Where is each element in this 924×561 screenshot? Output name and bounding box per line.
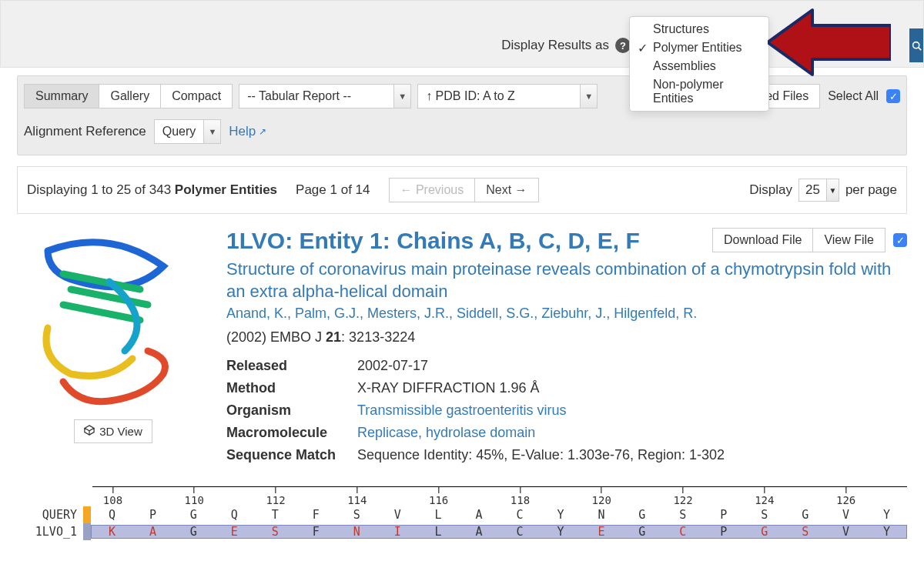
residue-cell: K [92, 525, 132, 539]
result-card: 3D View 1LVO: Entity 1: Chains A, B, C, … [17, 228, 907, 466]
residue-cell: E [214, 525, 255, 539]
released-value: 2002-07-17 [357, 355, 746, 377]
residue-cell: N [581, 508, 621, 522]
previous-button[interactable]: ← Previous [389, 178, 476, 202]
3d-view-button[interactable]: 3D View [74, 419, 152, 443]
view-file-button[interactable]: View File [813, 228, 886, 252]
match-sequence: KAGESFNILACYEGCPGSVY [91, 525, 907, 539]
method-value: X-RAY DIFFRACTION 1.96 Å [357, 377, 746, 399]
svg-point-1 [912, 42, 919, 48]
display-results-dropdown[interactable]: Structures Polymer Entities Assemblies N… [629, 16, 769, 112]
ruler-tick: 120 [592, 486, 611, 507]
residue-cell: S [662, 508, 703, 522]
macromolecule-link[interactable]: Replicase, hydrolase domain [357, 425, 535, 440]
query-sequence: QPGQTFSVLACYNGSPSGVY [91, 508, 907, 522]
chevron-down-icon: ▼ [393, 85, 410, 108]
per-page-value: 25 [799, 179, 826, 201]
residue-cell: G [744, 525, 785, 539]
search-icon[interactable] [909, 28, 923, 62]
dropdown-option-structures[interactable]: Structures [630, 20, 768, 38]
cube-icon [84, 425, 95, 438]
next-button[interactable]: Next → [475, 178, 538, 202]
residue-cell: Y [540, 525, 581, 539]
query-label: QUERY [17, 508, 83, 522]
svg-line-2 [918, 47, 920, 49]
chevron-down-icon: ▼ [826, 179, 839, 201]
display-results-label: Display Results as [501, 38, 609, 53]
residue-cell: Y [866, 508, 907, 522]
ruler-tick: 108 [103, 486, 122, 507]
per-page-suffix: per page [845, 182, 897, 198]
entry-subtitle[interactable]: Structure of coronavirus main proteinase… [226, 259, 907, 302]
residue-cell: G [173, 525, 214, 539]
chevron-down-icon: ▼ [203, 120, 220, 143]
ruler-tick: 122 [673, 486, 692, 507]
structure-thumbnail[interactable] [17, 228, 194, 416]
residue-cell: T [255, 508, 296, 522]
query-color-bar [83, 506, 91, 523]
residue-cell: F [296, 525, 336, 539]
toolbar: Summary Gallery Compact -- Tabular Repor… [17, 75, 907, 155]
residue-cell: E [581, 525, 621, 539]
dropdown-option-polymer-entities[interactable]: Polymer Entities [630, 38, 768, 57]
ruler-tick: 116 [429, 486, 448, 507]
residue-cell: N [336, 525, 377, 539]
metadata-table: Released2002-07-17 MethodX-RAY DIFFRACTI… [226, 355, 746, 466]
residue-cell: S [744, 508, 785, 522]
dropdown-option-assemblies[interactable]: Assemblies [630, 57, 768, 75]
select-all-label: Select All [828, 89, 879, 103]
residue-cell: G [785, 508, 825, 522]
external-link-icon: ↗ [259, 126, 266, 137]
alignment-reference-label: Alignment Reference [24, 124, 146, 139]
per-page-select[interactable]: 25 ▼ [798, 179, 839, 202]
residue-cell: Q [214, 508, 255, 522]
residue-cell: S [336, 508, 377, 522]
residue-cell: S [255, 525, 296, 539]
organism-link[interactable]: Transmissible gastroenteritis virus [357, 402, 566, 418]
tabular-report-select[interactable]: -- Tabular Report -- ▼ [239, 84, 411, 109]
ruler-tick: 110 [185, 486, 204, 507]
display-label: Display [749, 182, 792, 198]
sequence-alignment: 108110112114116118120122124126 QUERY QPG… [17, 486, 907, 540]
sequence-ruler: 108110112114116118120122124126 [92, 486, 907, 506]
residue-cell: Q [92, 508, 132, 522]
help-icon[interactable]: ? [615, 38, 631, 53]
residue-cell: C [500, 508, 541, 522]
ruler-tick: 124 [755, 486, 774, 507]
residue-cell: P [703, 525, 744, 539]
sequence-match-value: Sequence Identity: 45%, E-Value: 1.303e-… [357, 444, 746, 466]
displaying-text: Displaying 1 to 25 of 343 Polymer Entiti… [27, 182, 277, 198]
sort-value: ↑ PDB ID: A to Z [418, 85, 580, 108]
select-entry-checkbox[interactable]: ✓ [893, 233, 907, 247]
ruler-tick: 112 [266, 486, 285, 507]
residue-cell: V [377, 508, 418, 522]
help-link[interactable]: Help ↗ [229, 124, 266, 139]
residue-cell: S [785, 525, 825, 539]
annotation-arrow [768, 7, 891, 78]
tab-gallery[interactable]: Gallery [99, 84, 161, 109]
sort-select[interactable]: ↑ PDB ID: A to Z ▼ [417, 84, 598, 109]
svg-marker-0 [768, 10, 891, 75]
dropdown-option-nonpolymer[interactable]: Non-polymer Entities [630, 75, 768, 108]
residue-cell: Y [866, 525, 907, 539]
tab-summary[interactable]: Summary [24, 84, 99, 109]
tab-compact[interactable]: Compact [161, 84, 233, 109]
residue-cell: C [500, 525, 541, 539]
match-label: 1LVO_1 [17, 525, 83, 539]
entry-authors[interactable]: Anand, K., Palm, G.J., Mesters, J.R., Si… [226, 306, 907, 322]
select-all-checkbox[interactable]: ✓ [886, 89, 900, 103]
residue-cell: A [132, 525, 173, 539]
residue-cell: L [418, 508, 459, 522]
residue-cell: P [703, 508, 744, 522]
alignment-reference-select[interactable]: Query ▼ [154, 119, 222, 144]
match-color-bar [83, 523, 91, 540]
residue-cell: C [662, 525, 703, 539]
residue-cell: V [825, 508, 866, 522]
residue-cell: A [459, 525, 500, 539]
tabular-report-value: -- Tabular Report -- [239, 85, 393, 108]
residue-cell: L [418, 525, 459, 539]
download-file-button[interactable]: Download File [712, 228, 813, 252]
residue-cell: F [296, 508, 336, 522]
entry-title[interactable]: 1LVO: Entity 1: Chains A, B, C, D, E, F [226, 228, 640, 254]
residue-cell: G [621, 508, 662, 522]
